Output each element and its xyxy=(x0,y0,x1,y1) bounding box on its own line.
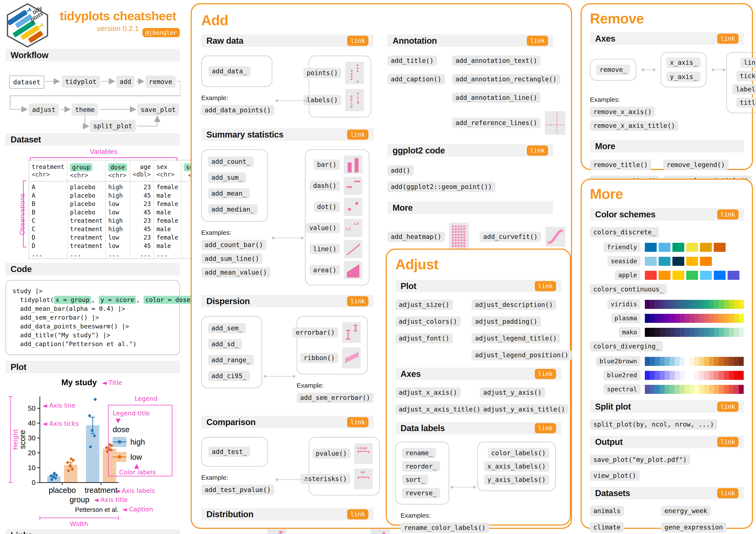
table-cell: female xyxy=(154,181,181,191)
color-swatch xyxy=(689,357,694,366)
table-row: Ctreatmenthigh45male35 xyxy=(29,225,209,233)
color-swatch xyxy=(709,328,714,337)
dataset-pill: climate xyxy=(590,522,624,532)
link-badge[interactable]: link xyxy=(717,488,739,498)
palette-swatches xyxy=(645,385,744,394)
svg-text:d: d xyxy=(350,104,352,109)
svg-text:g: g xyxy=(357,100,359,104)
link-badge[interactable]: link xyxy=(717,402,739,412)
y-tick-label: 30 xyxy=(28,434,36,442)
color-swatch xyxy=(650,328,655,337)
table-cell: treatment xyxy=(67,233,106,242)
y-tick-label: 50 xyxy=(28,404,36,412)
legend-entry-label: high xyxy=(130,438,145,446)
link-badge[interactable]: link xyxy=(717,437,739,447)
workflow-node-tidyplot: tidyplot xyxy=(62,76,100,88)
fn-pill: adjust_padding() xyxy=(472,317,541,327)
table-cell: ... xyxy=(154,250,181,259)
plot-caption: Petterson et al. xyxy=(75,506,119,513)
link-badge[interactable]: link xyxy=(347,509,368,520)
fn-pill: add_sd_ xyxy=(208,339,242,349)
remove-panel-title: Remove xyxy=(590,10,744,27)
link-badge[interactable]: link xyxy=(717,34,739,44)
color-swatch xyxy=(660,371,665,380)
page-header: tidy plots tidyplots cheatsheet version … xyxy=(5,3,180,49)
color-swatch xyxy=(700,257,712,266)
fn-pill: color_labels() xyxy=(488,448,549,458)
color-swatch xyxy=(672,243,684,252)
color-swatch xyxy=(729,371,734,380)
section-header-datasets: Datasets link xyxy=(590,487,744,499)
fn-pill: adjust_legend_position() xyxy=(472,350,572,360)
plot-title: My study xyxy=(61,378,97,387)
color-swatch xyxy=(665,328,670,337)
color-swatch xyxy=(665,300,670,309)
color-swatch xyxy=(714,300,719,309)
color-swatch xyxy=(680,314,685,323)
color-swatch xyxy=(724,357,729,366)
table-cell: ... xyxy=(105,250,130,259)
fn-pill: dash() xyxy=(310,181,340,191)
link-badge[interactable]: link xyxy=(347,296,368,306)
color-swatch xyxy=(699,314,704,323)
table-row: Dtreatmentlow45male25 xyxy=(29,242,209,250)
color-swatch xyxy=(675,357,680,366)
example-pill: add_count_bar() xyxy=(201,240,266,250)
table-cell: placebo xyxy=(67,191,106,200)
palette-swatches xyxy=(645,357,744,366)
data-point xyxy=(67,461,69,464)
fn-pill: y_axis_ xyxy=(666,72,700,82)
fn-pill: add_curvefit() xyxy=(480,232,541,242)
link-badge[interactable]: link xyxy=(535,423,556,433)
color-swatch xyxy=(704,328,709,337)
example-pill: add_test_pvalue() xyxy=(201,485,274,495)
data-point xyxy=(108,448,111,450)
link-badge[interactable]: link xyxy=(535,281,556,291)
more-panel-title: More xyxy=(590,186,744,202)
table-row: Aplacebohigh23female2 xyxy=(29,181,209,191)
section-title: Dispersion xyxy=(206,296,250,306)
table-cell: ... xyxy=(67,250,106,259)
observations-bracket xyxy=(23,181,26,247)
color-swatch xyxy=(655,314,660,323)
color-scheme-row: mako xyxy=(590,327,744,337)
color-swatch xyxy=(670,300,675,309)
author-handle-badge[interactable]: @jbengler xyxy=(143,28,180,37)
link-badge[interactable]: link xyxy=(347,36,368,46)
data-point xyxy=(52,475,55,478)
link-badge[interactable]: link xyxy=(527,145,548,156)
section-header-color-schemes: Color schemes link xyxy=(590,208,744,221)
color-swatch xyxy=(680,328,685,337)
link-badge[interactable]: link xyxy=(717,210,739,219)
fn-pill: rename_ xyxy=(402,448,436,458)
color-swatch xyxy=(689,328,694,337)
color-swatch xyxy=(734,357,739,366)
legend-swatch-dot xyxy=(118,440,121,444)
section-header-remove-more: More xyxy=(590,140,744,152)
color-scheme-row: blue2red xyxy=(590,370,744,380)
section-title: Code xyxy=(11,264,32,274)
color-swatch xyxy=(650,371,655,380)
table-cell: A xyxy=(29,191,67,200)
link-badge[interactable]: link xyxy=(535,369,556,379)
color-swatch xyxy=(724,385,729,394)
color-swatch xyxy=(709,314,714,323)
scheme-name-pill: apple xyxy=(615,270,640,280)
link-badge[interactable]: link xyxy=(347,417,368,427)
color-swatch xyxy=(655,300,660,309)
code-line: add_mean_bar(alpha = 0.4) |> xyxy=(13,304,173,313)
example-label: Example: xyxy=(297,382,374,389)
color-swatch xyxy=(729,328,734,337)
link-badge[interactable]: link xyxy=(527,36,548,46)
color-swatch xyxy=(714,328,719,337)
palette-swatches xyxy=(645,243,726,252)
scheme-name-pill: viridis xyxy=(608,299,640,309)
color-swatch xyxy=(689,385,694,394)
fn-pill: colors_continuous_ xyxy=(590,284,667,294)
ribbon-icon xyxy=(342,347,361,368)
color-swatch xyxy=(680,300,685,309)
dataset-pill: animals xyxy=(590,506,624,516)
table-cell: 45 xyxy=(130,208,154,216)
link-badge[interactable]: link xyxy=(347,130,368,140)
table-cell: low xyxy=(105,200,130,208)
